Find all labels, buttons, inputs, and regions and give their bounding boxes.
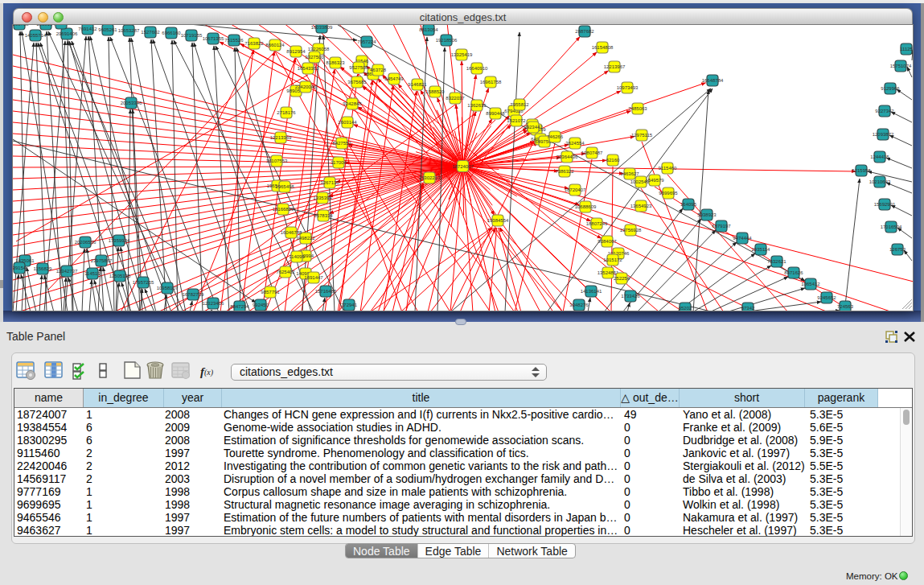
svg-text:1156829: 1156829 (34, 266, 53, 271)
svg-text:15716485: 15716485 (315, 289, 337, 294)
svg-text:12505135: 12505135 (109, 274, 131, 278)
svg-text:114519: 114519 (84, 271, 101, 276)
svg-text:9115460: 9115460 (659, 166, 678, 171)
svg-text:8471626: 8471626 (784, 270, 803, 275)
svg-text:12342737: 12342737 (56, 269, 78, 274)
svg-text:1923442: 1923442 (524, 125, 543, 130)
svg-text:6966160: 6966160 (162, 31, 181, 35)
svg-text:724563: 724563 (837, 304, 854, 309)
svg-text:7691412: 7691412 (78, 27, 97, 31)
svg-text:7386322: 7386322 (555, 169, 574, 174)
svg-text:1733426: 1733426 (621, 294, 640, 299)
svg-text:8990448: 8990448 (486, 111, 505, 116)
svg-text:3267130: 3267130 (320, 180, 339, 185)
svg-text:10973493: 10973493 (617, 85, 639, 90)
svg-text:19218506: 19218506 (436, 38, 458, 43)
svg-text:463728: 463728 (370, 68, 387, 72)
svg-text:20691406: 20691406 (56, 31, 78, 36)
svg-text:8912954: 8912954 (286, 49, 306, 54)
svg-text:11125: 11125 (900, 47, 913, 51)
svg-text:14055714: 14055714 (25, 33, 47, 38)
svg-text:8186323: 8186323 (326, 60, 345, 65)
svg-text:16046788: 16046788 (281, 230, 302, 235)
svg-text:9474444: 9474444 (733, 236, 752, 241)
svg-text:8454749: 8454749 (384, 76, 404, 81)
svg-text:1965498: 1965498 (275, 184, 294, 189)
svg-text:7955812: 7955812 (510, 102, 529, 107)
svg-text:9463627: 9463627 (620, 171, 639, 176)
svg-text:9084067: 9084067 (598, 239, 617, 244)
svg-text:9245652: 9245652 (817, 295, 836, 300)
svg-text:22420046: 22420046 (295, 84, 317, 89)
svg-text:14136141: 14136141 (581, 289, 602, 294)
svg-text:1549579: 1549579 (645, 178, 664, 183)
svg-text:12975115: 12975115 (631, 133, 653, 138)
svg-text:6879197: 6879197 (712, 224, 731, 229)
svg-text:12323406: 12323406 (203, 301, 224, 306)
svg-text:5938923: 5938923 (697, 212, 717, 217)
svg-text:7957224: 7957224 (357, 39, 376, 44)
svg-text:20206536: 20206536 (75, 240, 97, 245)
svg-text:8660124: 8660124 (265, 43, 285, 47)
svg-text:1621072: 1621072 (507, 118, 526, 123)
svg-text:65202: 65202 (679, 306, 692, 311)
svg-text:10807487: 10807487 (581, 150, 603, 155)
svg-text:62160: 62160 (606, 158, 620, 163)
svg-text:9527508: 9527508 (349, 65, 368, 70)
svg-text:746266: 746266 (547, 134, 564, 139)
svg-text:10210643: 10210643 (869, 179, 891, 184)
svg-text:2603144: 2603144 (338, 120, 357, 125)
svg-text:17359924: 17359924 (109, 238, 130, 243)
svg-text:15692901: 15692901 (874, 202, 896, 207)
svg-text:20053346: 20053346 (121, 101, 142, 105)
svg-text:87342: 87342 (741, 306, 755, 311)
svg-text:16782759: 16782759 (183, 292, 204, 297)
svg-text:20364436: 20364436 (556, 154, 578, 159)
svg-text:10719155: 10719155 (181, 33, 203, 38)
svg-text:16107553: 16107553 (266, 159, 288, 163)
svg-text:7515526: 7515526 (224, 38, 244, 43)
svg-text:9857791: 9857791 (261, 290, 280, 295)
svg-text:12213967: 12213967 (604, 64, 626, 69)
svg-text:19756928: 19756928 (620, 228, 642, 233)
svg-text:13325419: 13325419 (451, 52, 473, 57)
svg-text:25302213: 25302213 (419, 175, 441, 180)
svg-text:126753: 126753 (889, 247, 906, 252)
svg-text:7625402: 7625402 (276, 270, 295, 274)
svg-text:9605261: 9605261 (98, 27, 117, 32)
svg-text:13654923: 13654923 (630, 204, 652, 208)
svg-text:18807249: 18807249 (586, 221, 608, 226)
svg-text:17957255: 17957255 (133, 280, 154, 285)
svg-text:16154808: 16154808 (592, 45, 614, 50)
svg-text:3498222: 3498222 (296, 236, 315, 241)
svg-text:18724007: 18724007 (452, 164, 474, 169)
svg-text:7163822: 7163822 (244, 41, 264, 46)
svg-text:2887682: 2887682 (575, 29, 594, 34)
svg-text:39154: 39154 (13, 266, 27, 270)
svg-text:1335394: 1335394 (313, 196, 332, 200)
svg-text:8427552: 8427552 (332, 141, 351, 146)
svg-text:9327500: 9327500 (305, 55, 324, 60)
svg-text:13226058: 13226058 (308, 47, 330, 51)
svg-text:5215958: 5215958 (852, 168, 871, 173)
svg-text:3624554: 3624554 (565, 141, 585, 146)
svg-text:1015172: 1015172 (603, 257, 622, 262)
svg-text:16033809: 16033809 (311, 25, 333, 30)
svg-text:19384554: 19384554 (487, 218, 509, 223)
svg-text:9129966: 9129966 (881, 86, 900, 91)
svg-text:16640910: 16640910 (466, 66, 488, 71)
svg-text:9242848: 9242848 (343, 101, 362, 106)
svg-text:(x): (x) (204, 368, 214, 377)
svg-text:16961758: 16961758 (480, 80, 502, 84)
svg-text:12213369: 12213369 (270, 135, 292, 140)
svg-text:1588520: 1588520 (425, 89, 445, 94)
svg-text:7485063: 7485063 (628, 106, 647, 111)
svg-text:10958107: 10958107 (157, 286, 179, 290)
svg-text:9699695: 9699695 (659, 191, 678, 196)
svg-text:18720407: 18720407 (565, 187, 586, 192)
svg-text:2935114: 2935114 (752, 247, 771, 252)
svg-text:8847294: 8847294 (230, 304, 249, 309)
svg-text:1691447: 1691447 (304, 275, 323, 280)
svg-text:23975867: 23975867 (91, 258, 113, 263)
svg-text:1065412: 1065412 (801, 282, 820, 286)
